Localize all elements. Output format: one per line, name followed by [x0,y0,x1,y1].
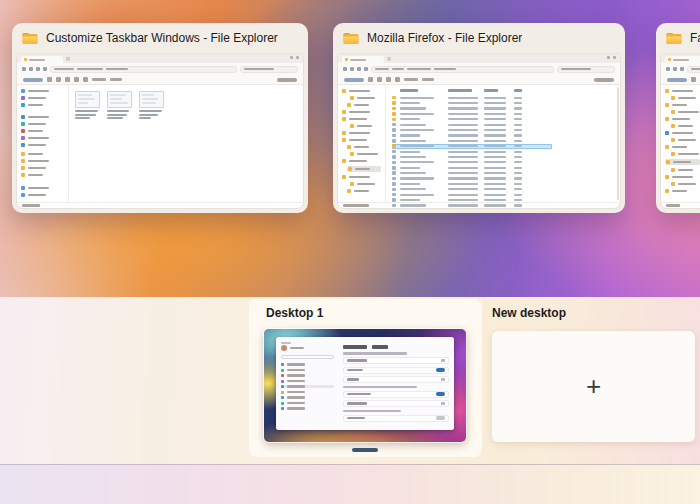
file-row [392,138,552,143]
settings-nav-row [281,363,334,366]
sidebar-row [21,96,64,100]
explorer-address-bar [338,63,620,75]
list-header-row [392,89,614,92]
explorer-status-bar [661,202,700,208]
explorer-tab-bar [661,54,700,63]
new-desktop-button[interactable]: + [492,331,695,442]
desktop-1-label: Desktop 1 [266,306,323,320]
file-row [392,203,552,208]
settings-nav-row [281,396,334,399]
sidebar-row [671,96,700,100]
sidebar-row [665,117,700,121]
new-desktop-label: New desktop [492,306,566,320]
task-view-screen: Customize Taskbar Windows - File Explore… [0,0,700,504]
folder-icon [22,32,38,45]
file-tile [75,91,100,119]
window-thumbnail-file-explorer [337,53,621,209]
settings-window-thumbnail [276,337,454,430]
sidebar-row [671,152,700,156]
window-thumbnail-file-explorer [16,53,304,209]
explorer-toolbar [661,75,700,85]
window-title: Customize Taskbar Windows - File Explore… [46,31,278,45]
desktop-1-thumbnail[interactable] [264,329,466,442]
settings-nav-row [281,402,334,405]
explorer-toolbar [17,75,303,85]
explorer-toolbar [338,75,620,85]
explorer-status-bar [17,202,303,208]
sidebar-row [21,166,64,170]
explorer-sidebar [661,85,700,202]
explorer-sidebar [338,85,386,202]
sidebar-row [21,122,64,126]
settings-nav-row [281,374,334,377]
sidebar-row [347,166,381,172]
sidebar-row [21,103,64,107]
settings-nav-row [281,369,334,372]
scrollbar[interactable] [617,87,619,200]
sidebar-row [665,103,700,107]
sidebar-row [671,168,700,172]
sidebar-row [21,152,64,156]
settings-nav-row [281,407,334,410]
active-desktop-indicator [352,448,378,452]
avatar [281,345,287,351]
sidebar-row [21,136,64,140]
folder-icon [343,32,359,45]
settings-nav-row [281,380,334,383]
sidebar-row [21,115,64,119]
explorer-address-bar [661,63,700,75]
sidebar-row [21,193,64,197]
window-thumbnail-file-explorer [660,53,700,209]
sidebar-row [342,138,381,142]
sidebar-row [671,138,700,142]
file-tile [139,91,164,119]
sidebar-row [671,110,700,114]
sidebar-row [21,143,64,147]
sidebar-row [665,89,700,93]
sidebar-row [671,124,700,128]
sidebar-row [665,131,700,135]
sidebar-row [665,159,700,165]
settings-nav-row [281,391,334,394]
sidebar-row [21,159,64,163]
window-title: Fav [690,31,700,45]
settings-search [281,355,334,359]
sidebar-row [342,117,381,121]
window-card-customize-taskbar[interactable]: Customize Taskbar Windows - File Explore… [12,23,308,213]
window-card-mozilla-firefox[interactable]: Mozilla Firefox - File Explorer [333,23,625,213]
sidebar-row [347,103,381,107]
sidebar-row [21,186,64,190]
explorer-tab-bar [17,54,303,63]
folder-icon [666,32,682,45]
sidebar-row [350,182,381,186]
window-title: Mozilla Firefox - File Explorer [367,31,522,45]
sidebar-row [342,110,381,114]
sidebar-row [350,124,381,128]
settings-nav-row [281,385,334,388]
sidebar-row [671,182,700,186]
sidebar-row [21,173,64,177]
plus-icon: + [586,373,601,399]
sidebar-row [665,189,700,193]
sidebar-row [342,89,381,93]
taskbar [0,464,700,504]
sidebar-row [21,89,64,93]
explorer-sidebar [17,85,69,202]
window-card-favorites[interactable]: Fav [656,23,700,213]
settings-main [339,345,449,427]
sidebar-row [342,159,381,163]
explorer-address-bar [17,63,303,75]
sidebar-row [350,152,381,156]
explorer-tab-bar [338,54,620,63]
explorer-content [69,85,303,202]
file-tile [107,91,132,119]
sidebar-row [342,175,381,179]
sidebar-row [347,189,381,193]
explorer-content [386,85,620,202]
sidebar-row [342,131,381,135]
sidebar-row [350,96,381,100]
sidebar-row [21,129,64,133]
sidebar-row [665,145,700,149]
settings-sidebar [281,345,339,427]
sidebar-row [347,145,381,149]
